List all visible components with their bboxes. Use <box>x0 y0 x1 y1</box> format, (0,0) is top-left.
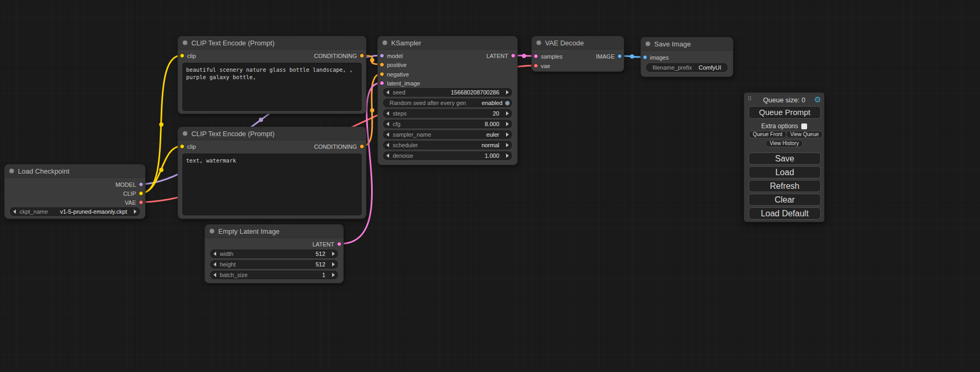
increment-arrow-icon[interactable] <box>332 262 335 266</box>
output-dot-clip[interactable] <box>139 191 143 196</box>
increment-arrow-icon[interactable] <box>332 252 335 256</box>
output-slot-model[interactable]: MODEL <box>115 181 145 188</box>
input-slot-model[interactable]: model <box>378 52 403 60</box>
prompt-textarea[interactable]: text, watermark <box>182 154 362 215</box>
increment-arrow-icon[interactable] <box>134 209 137 214</box>
input-slot-positive[interactable]: positive <box>378 61 406 69</box>
node-empty-latent-image[interactable]: Empty Latent Image LATENT width 512 heig… <box>205 224 344 283</box>
input-dot-clip[interactable] <box>180 144 185 149</box>
toggle-dot-icon[interactable] <box>505 101 510 106</box>
input-slot-vae[interactable]: vae <box>532 62 550 70</box>
input-dot-clip[interactable] <box>180 53 185 58</box>
widget-width[interactable]: width 512 <box>210 250 338 258</box>
decrement-arrow-icon[interactable] <box>386 154 389 158</box>
widget-ckpt-name[interactable]: ckpt_name v1-5-pruned-emaonly.ckpt <box>10 207 140 216</box>
refresh-button[interactable]: Refresh <box>749 180 821 192</box>
output-dot-model[interactable] <box>139 182 143 187</box>
decrement-arrow-icon[interactable] <box>13 209 16 214</box>
decrement-arrow-icon[interactable] <box>386 111 389 116</box>
output-dot-conditioning[interactable] <box>360 53 364 58</box>
input-dot-model[interactable] <box>380 53 384 58</box>
widget-filename-prefix[interactable]: filename_prefix ComfyUI <box>646 63 727 72</box>
increment-arrow-icon[interactable] <box>332 273 335 277</box>
collapse-dot-icon[interactable] <box>536 40 541 45</box>
widget-cfg[interactable]: cfg 8.000 <box>383 120 512 128</box>
input-dot-positive[interactable] <box>380 62 384 67</box>
decrement-arrow-icon[interactable] <box>386 132 389 137</box>
input-dot-latent-image[interactable] <box>380 81 384 85</box>
output-dot-latent[interactable] <box>337 242 342 246</box>
output-dot-vae[interactable] <box>139 200 143 205</box>
increment-arrow-icon[interactable] <box>506 143 509 147</box>
increment-arrow-icon[interactable] <box>506 90 509 94</box>
node-title-bar[interactable]: KSampler <box>378 36 517 50</box>
node-load-checkpoint[interactable]: Load Checkpoint MODEL CLIP VAE ckpt_name… <box>4 164 145 219</box>
output-slot-latent[interactable]: LATENT <box>487 52 517 60</box>
input-slot-negative[interactable]: negative <box>378 71 409 78</box>
output-slot-latent[interactable]: LATENT <box>313 241 343 248</box>
collapse-dot-icon[interactable] <box>9 168 14 174</box>
output-slot-clip[interactable]: CLIP <box>123 190 145 197</box>
increment-arrow-icon[interactable] <box>506 154 509 158</box>
output-dot-image[interactable] <box>617 54 622 59</box>
widget-random-seed-toggle[interactable]: Random seed after every gen enabled <box>383 99 512 107</box>
clear-button[interactable]: Clear <box>749 194 821 206</box>
widget-seed[interactable]: seed 156680208700286 <box>383 88 512 97</box>
view-queue-button[interactable]: View Queue <box>786 131 823 138</box>
prompt-textarea[interactable]: beautiful scenery nature glass bottle la… <box>182 63 362 111</box>
extra-options-checkbox[interactable] <box>801 123 807 129</box>
input-slot-latent-image[interactable]: latent_image <box>378 80 420 87</box>
node-title-bar[interactable]: Save Image <box>641 37 733 51</box>
widget-batch-size[interactable]: batch_size 1 <box>210 271 338 279</box>
node-vae-decode[interactable]: VAE Decode samples vae IMAGE <box>531 36 624 72</box>
input-slot-clip[interactable]: clip <box>178 52 196 60</box>
widget-denoise[interactable]: denoise 1.000 <box>383 151 512 160</box>
input-slot-samples[interactable]: samples <box>532 53 562 60</box>
node-title-bar[interactable]: Load Checkpoint <box>5 165 145 178</box>
collapse-dot-icon[interactable] <box>182 131 188 136</box>
input-slot-clip[interactable]: clip <box>178 143 196 150</box>
decrement-arrow-icon[interactable] <box>214 273 216 277</box>
output-slot-vae[interactable]: VAE <box>125 199 145 206</box>
settings-gear-icon[interactable]: ⚙ <box>814 95 821 104</box>
input-slot-images[interactable]: images <box>641 54 668 61</box>
increment-arrow-icon[interactable] <box>506 132 509 137</box>
input-dot-images[interactable] <box>643 55 647 60</box>
comfyui-canvas[interactable]: { "colors": { "model": "#B39DDB", "clip"… <box>0 0 980 372</box>
input-dot-negative[interactable] <box>380 72 384 77</box>
decrement-arrow-icon[interactable] <box>214 252 216 256</box>
node-ksampler[interactable]: KSampler model positive negative latent_… <box>377 36 518 165</box>
view-history-button[interactable]: View History <box>765 140 803 147</box>
collapse-dot-icon[interactable] <box>382 40 387 45</box>
decrement-arrow-icon[interactable] <box>214 262 216 266</box>
output-slot-image[interactable]: IMAGE <box>596 53 624 60</box>
queue-prompt-button[interactable]: Queue Prompt <box>749 106 821 119</box>
node-clip-text-encode-negative[interactable]: CLIP Text Encode (Prompt) clip CONDITION… <box>178 127 366 219</box>
output-slot-conditioning[interactable]: CONDITIONING <box>314 52 366 60</box>
collapse-dot-icon[interactable] <box>182 40 188 45</box>
decrement-arrow-icon[interactable] <box>386 122 389 126</box>
output-slot-conditioning[interactable]: CONDITIONING <box>314 143 366 150</box>
node-save-image[interactable]: Save Image images filename_prefix ComfyU… <box>641 37 733 77</box>
node-clip-text-encode-positive[interactable]: CLIP Text Encode (Prompt) clip CONDITION… <box>178 36 366 114</box>
increment-arrow-icon[interactable] <box>506 111 509 116</box>
node-title-bar[interactable]: VAE Decode <box>532 36 624 50</box>
collapse-dot-icon[interactable] <box>645 41 651 46</box>
node-title-bar[interactable]: CLIP Text Encode (Prompt) <box>178 36 366 50</box>
widget-sampler-name[interactable]: sampler_name euler <box>383 130 512 139</box>
decrement-arrow-icon[interactable] <box>386 90 389 94</box>
load-button[interactable]: Load <box>749 166 821 178</box>
output-dot-conditioning[interactable] <box>360 144 364 149</box>
input-dot-samples[interactable] <box>533 54 538 59</box>
queue-front-button[interactable]: Queue Front <box>749 131 787 138</box>
collapse-dot-icon[interactable] <box>209 228 215 234</box>
widget-height[interactable]: height 512 <box>210 260 338 269</box>
widget-scheduler[interactable]: scheduler normal <box>383 141 512 149</box>
load-default-button[interactable]: Load Default <box>749 207 821 220</box>
increment-arrow-icon[interactable] <box>506 122 509 126</box>
save-button[interactable]: Save <box>749 152 821 165</box>
output-dot-latent[interactable] <box>511 53 516 58</box>
node-title-bar[interactable]: Empty Latent Image <box>205 225 343 238</box>
widget-steps[interactable]: steps 20 <box>383 109 512 118</box>
input-dot-vae[interactable] <box>533 63 538 68</box>
